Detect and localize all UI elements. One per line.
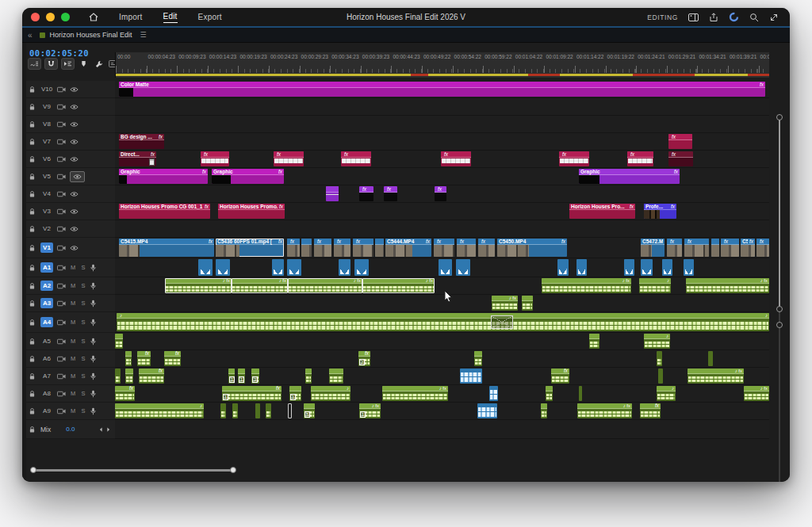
timeline-clip[interactable]: 1: [228, 369, 235, 384]
track-lane-a3[interactable]: ♪ fx: [115, 295, 769, 312]
timeline-clip[interactable]: fx: [684, 239, 709, 257]
solo-button[interactable]: S: [80, 372, 86, 380]
track-target-a5[interactable]: A5: [40, 336, 53, 346]
timeline-clip[interactable]: fx1: [222, 386, 282, 401]
timeline-clip[interactable]: fx: [559, 151, 589, 166]
track-target-v4[interactable]: V4: [40, 189, 53, 199]
timeline-clip[interactable]: [198, 259, 213, 276]
track-lane-a8[interactable]: fxfx11♪♪ fx♪♪ fx: [115, 385, 769, 403]
track-target-v9[interactable]: V9: [40, 101, 53, 112]
timeline-clip[interactable]: fx: [287, 239, 300, 257]
toggle-track-output-icon[interactable]: [70, 139, 79, 145]
track-lock-icon[interactable]: [29, 338, 35, 345]
timeline-clip[interactable]: [657, 351, 662, 366]
timeline-clip[interactable]: [546, 386, 553, 401]
track-lock-icon[interactable]: [29, 173, 35, 180]
voiceover-record-icon[interactable]: [90, 355, 96, 363]
timeline-clip[interactable]: fx: [441, 151, 471, 166]
source-patch-icon[interactable]: [57, 373, 66, 380]
snap-icon[interactable]: [44, 58, 58, 70]
track-target-v5[interactable]: V5: [40, 171, 53, 181]
timeline-clip-horizon-houses-pro[interactable]: Horizon Houses Pro...fx: [569, 204, 635, 219]
timeline-clip[interactable]: ♪ fx: [232, 278, 288, 293]
timeline-clip-c5436-60fps-01-mp4[interactable]: C5436 60FPS 01.mp4 [fx: [216, 239, 284, 257]
toggle-track-output-icon[interactable]: [70, 171, 85, 182]
timeline-clip[interactable]: ♪: [644, 334, 670, 349]
zoom-button[interactable]: [61, 13, 70, 21]
timeline-clip[interactable]: ♪ fx: [686, 278, 769, 293]
source-patch-icon[interactable]: [57, 104, 66, 110]
track-target-v6[interactable]: V6: [40, 154, 53, 164]
mute-button[interactable]: M: [70, 355, 76, 362]
solo-button[interactable]: S: [80, 355, 86, 362]
track-lane-v7[interactable]: BG design ...fxfx: [115, 133, 769, 151]
timeline-clip[interactable]: [576, 259, 587, 276]
voiceover-record-icon[interactable]: [90, 390, 96, 398]
track-target-v2[interactable]: V2: [40, 223, 53, 234]
nav-import[interactable]: Import: [119, 13, 143, 21]
timeline-clip[interactable]: [658, 369, 663, 384]
timeline-clip[interactable]: [287, 259, 301, 276]
track-lane-v6[interactable]: Direct...fxfxfxfxfxfxfxfx: [115, 151, 769, 168]
track-lane-v4[interactable]: fxfxfx: [115, 185, 769, 203]
track-lock-icon[interactable]: [29, 86, 35, 93]
track-target-a7[interactable]: A7: [40, 371, 53, 381]
track-lane-a9[interactable]: ♪5♪ fx1♪ fxfx: [115, 403, 769, 420]
voiceover-record-icon[interactable]: [90, 264, 96, 272]
timeline-clip[interactable]: ♪♪: [117, 313, 769, 331]
track-target-v3[interactable]: V3: [40, 206, 53, 216]
audio-crossfade-transition[interactable]: [491, 315, 513, 328]
fullscreen-icon[interactable]: [769, 13, 779, 22]
timeline-clip[interactable]: fx: [627, 151, 653, 166]
timeline-clip-graphic[interactable]: Graphicfx: [212, 169, 284, 184]
traffic-lights[interactable]: [31, 13, 70, 21]
track-lane-v8[interactable]: [115, 116, 769, 133]
timeline-clip[interactable]: fx: [164, 351, 181, 366]
timeline-clip[interactable]: fx2: [358, 351, 370, 366]
playhead-timecode[interactable]: 00:02:05:20: [29, 48, 89, 58]
timeline-clip[interactable]: ♪ fx: [744, 386, 769, 401]
timeline-clip[interactable]: [339, 259, 350, 276]
track-target-v7[interactable]: V7: [40, 136, 53, 147]
timeline-clip[interactable]: [125, 369, 133, 384]
source-patch-icon[interactable]: [57, 300, 66, 307]
timeline-clip[interactable]: fx: [201, 151, 229, 166]
timeline-clip[interactable]: ♪: [311, 386, 350, 401]
timeline-clip-bg-design[interactable]: BG design ...fx: [119, 134, 164, 149]
source-patch-icon[interactable]: [57, 338, 66, 345]
timeline-clip[interactable]: [326, 186, 339, 201]
panel-collapse-icon[interactable]: «: [28, 31, 33, 40]
timeline-clip[interactable]: [460, 369, 482, 384]
track-lock-icon[interactable]: [29, 264, 35, 271]
mute-button[interactable]: M: [70, 390, 76, 397]
timeline-clip[interactable]: [477, 403, 497, 418]
timeline-clip[interactable]: ♪: [115, 403, 204, 418]
timeline-clip-horizon-houses-promo-cg-001-1-ll[interactable]: Horizon Houses Promo CG 001_1 LL.fx: [119, 204, 210, 219]
horizontal-scrollbar[interactable]: [30, 466, 776, 474]
timeline-clip[interactable]: [115, 334, 123, 349]
timeline-clip[interactable]: fx: [115, 386, 135, 401]
track-target-v10[interactable]: V10: [40, 84, 53, 94]
timeline-clip[interactable]: [288, 403, 292, 418]
track-lock-icon[interactable]: [29, 155, 35, 162]
timeline-clip[interactable]: fx: [139, 369, 164, 384]
track-lock-icon[interactable]: [29, 407, 35, 414]
track-lane-mix[interactable]: [115, 420, 769, 439]
timeline-clip-c5450-mp4[interactable]: C5450.MP4fx: [497, 239, 567, 257]
workspaces-icon[interactable]: [688, 13, 699, 21]
mute-button[interactable]: M: [70, 282, 76, 289]
timeline-clip-profe[interactable]: Profe...fx: [644, 204, 676, 219]
time-ruler[interactable]: 00:0000:00:04:2300:00:09:2300:00:14:2300…: [115, 52, 769, 78]
track-lane-v10[interactable]: Color Mattefx: [115, 81, 769, 98]
timeline-clip-c5444-mp4[interactable]: C5444.MP4fx: [385, 239, 431, 257]
timeline-clip[interactable]: fx: [434, 239, 454, 257]
timeline-clip-direct[interactable]: Direct...fx: [119, 151, 156, 166]
timeline-clip[interactable]: fx: [359, 186, 373, 201]
share-icon[interactable]: [709, 13, 718, 22]
track-lane-a7[interactable]: fx113fx♪ fx: [115, 368, 769, 385]
voiceover-record-icon[interactable]: [90, 282, 96, 290]
track-target-a2[interactable]: A2: [40, 281, 53, 291]
source-patch-icon[interactable]: [57, 245, 66, 251]
marker-icon[interactable]: [78, 58, 90, 70]
timeline-clip[interactable]: fx: [640, 403, 661, 418]
